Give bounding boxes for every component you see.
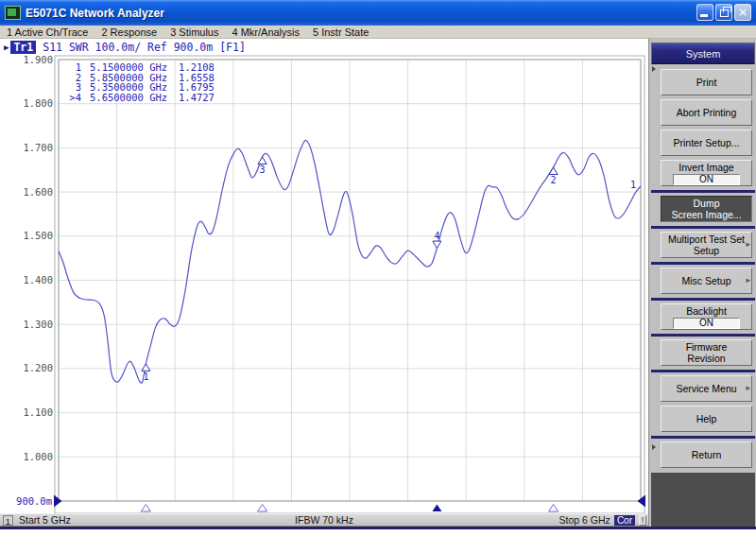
- submenu-arrow-icon: ▸: [746, 274, 750, 285]
- softkey-label: Misc Setup: [682, 275, 731, 286]
- softkey-label: Dump: [693, 198, 719, 209]
- svg-text:1.300: 1.300: [23, 319, 53, 330]
- menubar: 1 Active Ch/Trace2 Response3 Stimulus4 M…: [0, 26, 756, 39]
- marker-4-symbol[interactable]: 4: [433, 231, 441, 249]
- chart-svg: 1.9001.8001.7001.6001.5001.4001.3001.200…: [0, 39, 648, 513]
- softkey-label: Service Menu: [676, 383, 736, 394]
- marker-readout-cell: 1.4727: [179, 93, 215, 103]
- softkey-invert-image[interactable]: Invert ImageON: [661, 160, 752, 186]
- svg-text:1.000: 1.000: [23, 451, 53, 462]
- channel-window: 1.9001.8001.7001.6001.5001.4001.3001.200…: [0, 39, 648, 527]
- grid-lines: [59, 60, 641, 501]
- close-button[interactable]: ×: [734, 4, 751, 21]
- trace1-label[interactable]: Tr1: [10, 41, 36, 54]
- minimize-button[interactable]: [696, 4, 713, 21]
- marker-readout-cell: 1.6795: [179, 82, 215, 93]
- close-icon: ×: [738, 7, 747, 18]
- softkey-menu-title: System: [651, 43, 755, 64]
- softkey-separator: [651, 226, 755, 229]
- marker-readout-table: 15.1500000 GHz1.210825.8500000 GHz1.6558…: [68, 62, 215, 102]
- trace-status-line: ▶ Tr1 S11 SWR 100.0m/ Ref 900.0m [F1]: [4, 41, 246, 54]
- menu-item-4-mkr-analysis[interactable]: 4 Mkr/Analysis: [232, 26, 300, 38]
- sweep-stop-label: Stop 6 GHz: [559, 514, 610, 526]
- svg-text:1.700: 1.700: [23, 142, 53, 153]
- svg-text:3: 3: [260, 164, 266, 175]
- menu-item-2-response[interactable]: 2 Response: [101, 26, 157, 38]
- marker-3-symbol[interactable]: 3: [258, 157, 266, 175]
- svg-text:1.900: 1.900: [23, 54, 53, 65]
- softkey-backlight[interactable]: BacklightON: [661, 303, 752, 330]
- svg-text:1.200: 1.200: [23, 362, 53, 373]
- marker-readout-row-1: 15.1500000 GHz1.2108: [68, 62, 215, 73]
- marker-readout-row-3: 35.3500000 GHz1.6795: [68, 82, 215, 93]
- svg-text:1.100: 1.100: [23, 406, 53, 418]
- softkey-empty-area: [651, 473, 755, 527]
- softkey-misc-setup[interactable]: Misc Setup▸: [661, 268, 752, 294]
- softkey-separator: [651, 436, 755, 439]
- trace-number-label: 1: [630, 180, 636, 190]
- marker-2-symbol[interactable]: 2: [549, 167, 558, 185]
- screen-bottom-border: [0, 527, 756, 529]
- svg-text:1.400: 1.400: [23, 274, 53, 285]
- ifbw-label: IFBW 70 kHz: [0, 514, 648, 526]
- marker-readout-cell: 5.6500000 GHz: [90, 93, 169, 103]
- softkey-invert-image-state: ON: [673, 174, 739, 185]
- softkey-label: Invert Image: [679, 162, 733, 173]
- softkey-label: Screen Image...: [671, 209, 741, 220]
- correction-badge: Cor: [614, 515, 635, 526]
- softkey-return[interactable]: Return: [661, 441, 752, 468]
- svg-text:1.800: 1.800: [23, 97, 53, 109]
- window-controls: ×: [696, 4, 751, 21]
- menu-item-5-instr-state[interactable]: 5 Instr State: [313, 26, 369, 38]
- ref-level-arrow-right-icon: [638, 495, 646, 508]
- softkey-backlight-state: ON: [673, 318, 739, 329]
- restore-button[interactable]: [715, 4, 732, 21]
- marker-3-position-indicator: [258, 505, 267, 512]
- softkey-help[interactable]: Help: [661, 406, 752, 432]
- softkey-label: Backlight: [686, 305, 727, 317]
- marker-2-position-indicator: [549, 505, 558, 512]
- svg-text:1.600: 1.600: [23, 186, 53, 198]
- e5071c-screen: E5071C Network Analyzer × 1 Active Ch/Tr…: [0, 0, 756, 536]
- marker-readout-cell: 3: [68, 82, 81, 93]
- softkey-menu: System PrintAbort PrintingPrinter Setup.…: [648, 39, 756, 527]
- softkey-label: Multiport Test Set: [668, 233, 745, 245]
- restore-icon: [720, 9, 729, 17]
- softkey-label: Abort Printing: [677, 107, 737, 118]
- menu-item-1-active-ch-trace[interactable]: 1 Active Ch/Trace: [7, 26, 88, 38]
- softkey-separator: [651, 190, 755, 193]
- softkey-firmware-revision[interactable]: FirmwareRevision: [661, 339, 752, 366]
- softkey-multiport-test-set-setup[interactable]: Multiport Test SetSetup▸: [661, 232, 752, 258]
- minimize-icon: [700, 14, 708, 17]
- y-axis-labels: 1.9001.8001.7001.6001.5001.4001.3001.200…: [23, 54, 53, 462]
- softkey-separator: [651, 298, 755, 301]
- marker-1-position-indicator: [141, 505, 150, 512]
- softkey-separator: [651, 334, 755, 337]
- softkey-scroll-down-icon[interactable]: [652, 444, 656, 450]
- app-icon: [5, 6, 21, 20]
- trace1-settings: S11 SWR 100.0m/ Ref 900.0m [F1]: [43, 41, 246, 54]
- softkey-separator: [651, 262, 755, 265]
- marker-readout-cell: 1.2108: [179, 62, 215, 73]
- softkey-abort-printing[interactable]: Abort Printing: [661, 99, 752, 126]
- softkey-scroll-up-icon[interactable]: [652, 66, 656, 72]
- softkey-label: Return: [692, 449, 722, 460]
- marker-readout-row-4: >45.6500000 GHz1.4727: [68, 93, 215, 103]
- submenu-arrow-icon: ▸: [746, 382, 750, 393]
- svg-text:4: 4: [434, 231, 439, 241]
- softkey-dump-screen-image[interactable]: DumpScreen Image...: [661, 196, 752, 222]
- svg-text:1.500: 1.500: [23, 230, 53, 241]
- active-trace-arrow-icon: ▶: [4, 43, 9, 52]
- marker-1-symbol[interactable]: 1: [142, 364, 150, 382]
- submenu-arrow-icon: ▸: [746, 238, 750, 250]
- window-title: E5071C Network Analyzer: [26, 7, 164, 20]
- marker-readout-cell: 5.1500000 GHz: [90, 62, 169, 73]
- svg-text:2: 2: [551, 175, 557, 185]
- y-axis-reference-label: 900.0m: [16, 495, 52, 507]
- menu-item-3-stimulus[interactable]: 3 Stimulus: [170, 26, 218, 38]
- softkey-print[interactable]: Print: [661, 69, 752, 95]
- status-bar: 1 Start 5 GHz IFBW 70 kHz Stop 6 GHz Cor…: [0, 513, 648, 527]
- softkey-label: Printer Setup...: [673, 137, 739, 148]
- softkey-service-menu[interactable]: Service Menu▸: [661, 375, 752, 402]
- softkey-printer-setup[interactable]: Printer Setup...: [661, 130, 752, 156]
